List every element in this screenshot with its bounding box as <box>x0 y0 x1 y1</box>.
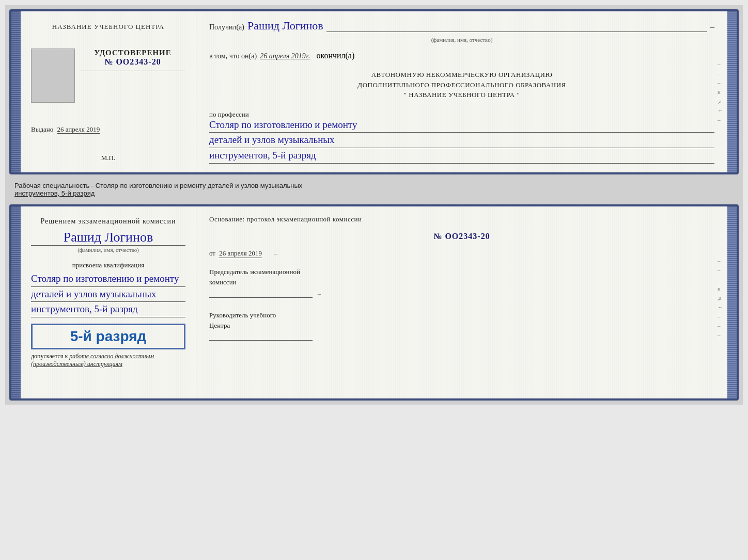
top-card-left: НАЗВАНИЕ УЧЕБНОГО ЦЕНТРА УДОСТОВЕРЕНИЕ №… <box>21 11 196 172</box>
issued-date: 26 апреля 2019 <box>57 125 100 134</box>
bottom-card-left: Решением экзаменационной комиссии Рашид … <box>21 206 196 398</box>
top-card-right: Получил(а) Рашид Логинов – (фамилия, имя… <box>196 11 727 172</box>
qual-lines: Столяр по изготовлению и ремонту деталей… <box>31 273 185 318</box>
date-prefix: от <box>209 249 215 257</box>
bottom-name-label: (фамилия, имя, отчество) <box>31 247 185 253</box>
finished-label: окончил(а) <box>313 51 357 60</box>
profession-prefix: по профессии <box>209 110 714 119</box>
bottom-person-name: Рашид Логинов <box>64 230 153 245</box>
spine-right-top <box>727 11 737 172</box>
cert-number: № OO2343-20 <box>80 57 185 67</box>
profession-line2: деталей и узлов музыкальных <box>209 134 714 148</box>
name-label-top: (фамилия, имя, отчество) <box>209 37 714 43</box>
qualification-prefix-section: присвоена квалификация <box>31 260 185 269</box>
separator-section: Рабочая специальность - Столяр по изгото… <box>9 179 739 200</box>
card-inner-top: НАЗВАНИЕ УЧЕБНОГО ЦЕНТРА УДОСТОВЕРЕНИЕ №… <box>21 11 727 172</box>
инструкциям-text: (производственным) инструкциям <box>31 360 122 367</box>
spine-left-bottom <box>11 206 21 398</box>
in-that-prefix: в том, что он(а) <box>209 52 257 60</box>
qual-line1: Столяр по изготовлению и ремонту <box>31 273 185 287</box>
spine-right-bottom <box>727 206 737 398</box>
org-line2: ДОПОЛНИТЕЛЬНОГО ПРОФЕССИОНАЛЬНОГО ОБРАЗО… <box>209 80 714 90</box>
center-name-label: НАЗВАНИЕ УЧЕБНОГО ЦЕНТРА <box>52 23 164 30</box>
proto-number: № OO2343-20 <box>209 232 714 241</box>
osnov-section: Основание: протокол экзаменационной коми… <box>209 214 714 223</box>
stamp-text: 5-й разряд <box>38 328 179 345</box>
received-section: Получил(а) Рашид Логинов – <box>209 19 714 33</box>
in-that-section: в том, что он(а) 26 апреля 2019г. окончи… <box>209 51 714 62</box>
допускается-prefix: допускается к <box>31 353 68 360</box>
bottom-qualification-card: Решением экзаменационной комиссии Рашид … <box>9 204 739 401</box>
org-line1: АВТОНОМНУЮ НЕКОММЕРЧЕСКУЮ ОРГАНИЗАЦИЮ <box>209 70 714 80</box>
recipient-name: Рашид Логинов <box>247 19 323 33</box>
page-wrapper: НАЗВАНИЕ УЧЕБНОГО ЦЕНТРА УДОСТОВЕРЕНИЕ №… <box>5 5 743 405</box>
qual-line3: инструментов, 5-й разряд <box>31 303 185 317</box>
separator-text-underlined: инструментов, 5-й разряд <box>14 189 95 197</box>
completion-date: 26 апреля 2019г. <box>260 52 310 60</box>
руководитель-block: Руководитель учебного Центра <box>209 310 714 341</box>
mp-label: М.П. <box>101 154 115 162</box>
decision-text: Решением экзаменационной комиссии <box>31 216 185 227</box>
card-inner-bottom: Решением экзаменационной комиссии Рашид … <box>21 206 727 398</box>
spine-left <box>11 11 21 172</box>
chairman-line2: комиссии <box>209 277 714 287</box>
udost-number-section: УДОСТОВЕРЕНИЕ № OO2343-20 <box>80 49 185 75</box>
допускается-section: допускается к работе согласно должностны… <box>31 353 185 368</box>
udostoverenie-label: УДОСТОВЕРЕНИЕ <box>80 49 185 57</box>
допускается-text: работе согласно должностным <box>69 353 154 360</box>
received-prefix: Получил(а) <box>209 23 244 31</box>
руководитель-signature-line <box>209 340 313 341</box>
bottom-person-section: Рашид Логинов (фамилия, имя, отчество) <box>31 230 185 257</box>
issued-section: Выдано 26 апреля 2019 <box>31 120 185 134</box>
date-section: от 26 апреля 2019 – <box>209 249 714 258</box>
separator-text-start: Рабочая специальность - Столяр по изгото… <box>14 182 302 189</box>
qualification-prefix: присвоена квалификация <box>72 261 144 269</box>
date-value: 26 апреля 2019 <box>219 249 262 258</box>
profession-line1: Столяр по изготовлению и ремонту <box>209 119 714 133</box>
org-line3: " НАЗВАНИЕ УЧЕБНОГО ЦЕНТРА " <box>209 90 714 100</box>
chairman-signature-line <box>209 297 313 298</box>
training-center-name: НАЗВАНИЕ УЧЕБНОГО ЦЕНТРА <box>52 22 164 31</box>
decision-section: Решением экзаменационной комиссии <box>31 216 185 227</box>
qual-line2: деталей и узлов музыкальных <box>31 288 185 302</box>
руководитель-line2: Центра <box>209 321 714 331</box>
top-certificate-card: НАЗВАНИЕ УЧЕБНОГО ЦЕНТРА УДОСТОВЕРЕНИЕ №… <box>9 9 739 174</box>
chairman-line1: Председатель экзаменационной <box>209 267 714 277</box>
руководитель-line1: Руководитель учебного <box>209 310 714 321</box>
photo-placeholder <box>31 49 75 103</box>
profession-section: по профессии Столяр по изготовлению и ре… <box>209 107 714 165</box>
left-top-section: УДОСТОВЕРЕНИЕ № OO2343-20 <box>31 49 185 103</box>
bottom-card-right: Основание: протокол экзаменационной коми… <box>196 206 727 398</box>
right-edge-top: – – – и ,а ← – <box>718 61 723 123</box>
mp-section: М.П. <box>101 154 115 162</box>
chairman-block: Председатель экзаменационной комиссии – <box>209 267 714 298</box>
issued-line: Выдано 26 апреля 2019 <box>31 125 185 134</box>
profession-line3: инструментов, 5-й разряд <box>209 149 714 164</box>
org-block: АВТОНОМНУЮ НЕКОММЕРЧЕСКУЮ ОРГАНИЗАЦИЮ ДО… <box>209 70 714 100</box>
osnov-label: Основание: протокол экзаменационной коми… <box>209 215 362 223</box>
right-edge-bottom: – – – и ,а ← – – – – <box>718 258 723 347</box>
issued-label: Выдано <box>31 125 53 133</box>
stamp-box: 5-й разряд <box>31 324 185 349</box>
